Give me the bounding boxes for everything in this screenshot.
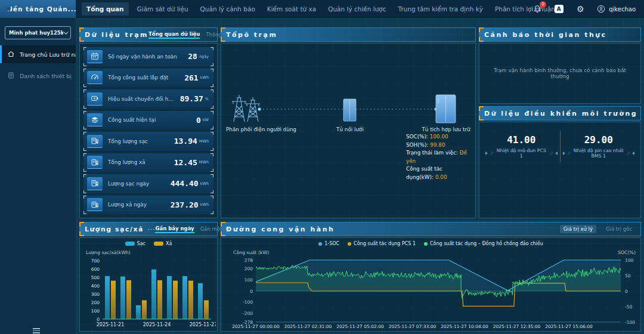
metric-unit: MWh	[199, 160, 209, 165]
battery-doc-icon	[87, 156, 103, 169]
storage-status-line-0: SOC(%):100.00	[406, 133, 475, 141]
language-translate-icon[interactable]: A	[554, 4, 564, 14]
app-title: Nền tảng Quản...	[7, 5, 77, 13]
bar-Sạc-2025-11-25	[167, 276, 172, 319]
svg-text:278: 278	[244, 258, 253, 263]
topology-title: Tổpô trạm	[226, 31, 277, 39]
metric-unit: %	[205, 97, 209, 101]
bar-Sạc-2025-11-22	[120, 277, 125, 319]
charge-discharge-header: Lượng sạc/xả ··· Gần bảy ngàyGần một thá…	[79, 222, 218, 236]
user-avatar-icon	[597, 5, 605, 13]
bar-Xả-2025-11-26	[188, 281, 193, 319]
svg-text:-100: -100	[243, 299, 253, 305]
legend-label: Công suất tác dụng PCS 1	[354, 241, 416, 246]
topology-node-label-1: Tủ nối lưới	[336, 126, 364, 132]
storage-status-line-2: Trạng thái làm việc:Để yên	[406, 149, 475, 165]
legend-item-1[interactable]: Xả	[154, 241, 172, 246]
nav-item-4[interactable]: Quản lý chiến lược	[322, 0, 392, 18]
bar-range-tab-0[interactable]: Gần bảy ngày	[155, 225, 194, 233]
legend-swatch-icon	[348, 242, 351, 246]
svg-text:2025-11-27 02:31:00: 2025-11-27 02:31:00	[284, 324, 332, 329]
station-data-title: Dữ liệu trạm	[85, 31, 148, 39]
alert-title: Cảnh báo thời gian thực	[484, 31, 607, 39]
environment-panel: Dữ liệu điều khiển môi trường 41.00//Nhi…	[479, 106, 641, 218]
bar-Sạc-2025-11-23	[136, 305, 141, 319]
bar-Sạc-2025-11-26	[182, 276, 187, 319]
svg-text:2025-11-27 07:33:00: 2025-11-27 07:33:00	[389, 324, 436, 329]
storage-status-line-3: Công suất tác dụng(kW):0.00	[406, 165, 475, 181]
legend-swatch-icon	[318, 242, 322, 246]
user-menu[interactable]: qikechao	[597, 5, 636, 13]
svg-text:200: 200	[244, 266, 253, 271]
metric-row-5: Tổng lượng xả12.45MWh	[83, 153, 213, 172]
app-logo[interactable]: Nền tảng Quản...	[0, 0, 76, 18]
sidebar-collapse-icon[interactable]	[33, 328, 40, 333]
metric-row-2: Hiệu suất chuyển đổi h...89.37%	[83, 89, 213, 109]
nav-item-1[interactable]: Giám sát dữ liệu	[131, 0, 194, 18]
nav-item-3[interactable]: Kiểm soát từ xa	[261, 0, 322, 18]
svg-text:0: 0	[625, 289, 628, 294]
metric-unit: ngày	[199, 54, 209, 59]
topology-diagram: Phân phối điện người dùngTủ nối lướiTủ t…	[221, 44, 475, 218]
topology-header: Tổpô trạm	[221, 27, 476, 42]
legend-label: Công suất tác dụng – Đồng hồ chống đảo c…	[430, 241, 543, 246]
station-data-header: Dữ liệu trạm Tổng quan dữ liệuThông tin …	[79, 27, 218, 42]
env-metric-label: Nhiệt độ mô-đun PCS 1	[496, 148, 547, 159]
station-tab-0[interactable]: Tổng quan dữ liệu	[148, 31, 200, 39]
svg-text:2025-11-27 15:06:00: 2025-11-27 15:06:00	[545, 324, 593, 329]
realtime-alert-panel: Cảnh báo thời gian thực Trạm vận hành bì…	[479, 27, 641, 104]
notification-badge: 0	[540, 1, 546, 8]
metric-value: 237.20	[171, 200, 199, 209]
station-data-panel: Dữ liệu trạm Tổng quan dữ liệuThông tin …	[79, 27, 218, 218]
station-selector-dropdown[interactable]: Minh phat huy125kw/26...	[5, 26, 71, 39]
nav-item-2[interactable]: Quản lý cảnh báo	[194, 0, 261, 18]
bar-Xả-2025-11-22	[126, 280, 131, 319]
sidebar-item-0[interactable]: Trang chủ Lưu trữ năn...	[0, 45, 76, 63]
legend-swatch-icon	[424, 242, 428, 246]
svg-text:-50: -50	[625, 304, 632, 310]
metric-value: 89.37	[180, 94, 203, 103]
chevron-down-icon	[63, 29, 68, 34]
svg-text:200: 200	[91, 300, 100, 305]
legend-item-1[interactable]: Công suất tác dụng PCS 1	[348, 241, 416, 246]
svg-text:2025-11-27: 2025-11-27	[190, 322, 216, 327]
metric-label: Lượng sạc ngày	[108, 181, 171, 187]
svg-text:2025-11-27 10:04:00: 2025-11-27 10:04:00	[441, 324, 488, 329]
main-nav: Tổng quanGiám sát dữ liệuQuản lý cảnh bá…	[79, 0, 561, 18]
bar-Sạc-2025-11-21	[105, 276, 110, 319]
env-metric-label: Nhiệt độ pin cao nhất BMS 1	[572, 148, 624, 159]
metric-row-7: Lượng xả ngày237.20kWh	[83, 196, 213, 215]
curve-value-tab-1[interactable]: Giá trị gốc	[602, 225, 636, 233]
nav-item-5[interactable]: Trung tâm kiểm tra định kỳ	[392, 0, 489, 18]
charge-discharge-title: Lượng sạc/xả	[85, 225, 144, 233]
metric-unit: MWh	[199, 139, 209, 144]
settings-gear-icon[interactable]: ⚙	[575, 4, 585, 14]
svg-text:2025-11-27 00:00:00: 2025-11-27 00:00:00	[232, 324, 280, 329]
legend-item-0[interactable]: Sạc	[125, 241, 145, 246]
metric-label: Lượng xả ngày	[108, 202, 171, 208]
operating-curve-line-chart: 2782001000-100-200-278100500-50-1002025-…	[222, 257, 640, 331]
svg-text:400: 400	[91, 283, 100, 289]
nav-item-0[interactable]: Tổng quan	[82, 2, 129, 16]
home-icon	[7, 50, 15, 59]
metric-value: 28	[188, 52, 197, 61]
sidebar-item-label: Trang chủ Lưu trữ năn...	[20, 51, 76, 58]
more-options-icon[interactable]: ···	[147, 225, 156, 233]
battery-transfer-icon	[87, 92, 103, 106]
curve-value-tab-0[interactable]: Giá trị xử lý	[560, 225, 596, 233]
operating-curve-panel: Đường cong vận hành Giá trị xử lýGiá trị…	[221, 222, 641, 332]
legend-item-0[interactable]: 1-SOC	[318, 241, 339, 246]
env-metric-value: 41.00	[485, 134, 558, 146]
topology-node-label-2: Tủ tích hợp lưu trữ	[421, 126, 470, 132]
legend-item-2[interactable]: Công suất tác dụng – Đồng hồ chống đảo c…	[424, 241, 543, 246]
legend-label: Sạc	[137, 241, 145, 246]
svg-text:100: 100	[91, 308, 100, 314]
calendar-icon	[87, 50, 103, 63]
env-metric-1: 29.00//Nhiệt độ pin cao nhất BMS 1//	[560, 131, 637, 162]
sidebar-item-1[interactable]: Danh sách thiết bị	[0, 67, 76, 85]
metric-label: Hiệu suất chuyển đổi h...	[108, 96, 180, 102]
metric-value: 444.40	[171, 179, 199, 188]
metric-value: 12.45	[174, 158, 197, 167]
svg-text:50: 50	[625, 273, 631, 279]
notification-bell-icon[interactable]: 0	[532, 4, 542, 14]
